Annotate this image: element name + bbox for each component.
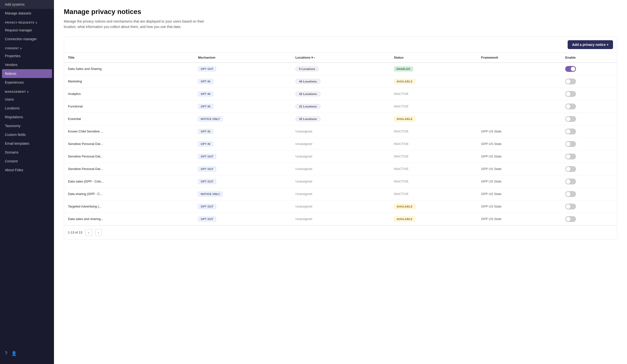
cell-enable bbox=[561, 150, 617, 163]
enable-toggle[interactable] bbox=[565, 216, 576, 222]
status-badge: INACTIVE bbox=[394, 167, 409, 171]
mechanism-badge: OPT IN bbox=[198, 104, 213, 109]
enable-toggle[interactable] bbox=[565, 66, 576, 72]
enable-toggle[interactable] bbox=[565, 78, 576, 84]
sidebar-item-manage-datasets[interactable]: Manage datasets bbox=[0, 9, 54, 18]
cell-locations: 5 Locations bbox=[291, 62, 390, 75]
sidebar-section-privacy-requests[interactable]: PRIVACY REQUESTS ∧ bbox=[0, 18, 54, 26]
cell-mechanism: OPT OUT bbox=[194, 163, 291, 175]
toggle-knob bbox=[566, 92, 570, 96]
cell-locations: Unassigned bbox=[291, 175, 390, 188]
toggle-knob bbox=[566, 154, 570, 159]
cell-locations: 44 Locations bbox=[291, 75, 390, 88]
table-row[interactable]: Data sharing (GPP - C...NOTICE ONLYUnass… bbox=[64, 188, 617, 200]
help-icon[interactable]: ? bbox=[5, 351, 7, 356]
sidebar-section-consent[interactable]: CONSENT ∧ bbox=[0, 43, 54, 52]
cell-framework: GPP US State bbox=[477, 200, 561, 213]
sidebar-item-request-manager[interactable]: Request manager bbox=[0, 26, 54, 35]
cell-title: Analytics bbox=[64, 88, 194, 100]
sidebar-item-experiences[interactable]: Experiences bbox=[0, 78, 54, 87]
sidebar-section-management[interactable]: MANAGEMENT ∧ bbox=[0, 87, 54, 95]
cell-enable bbox=[561, 200, 617, 213]
sidebar-item-about-fides[interactable]: About Fides bbox=[0, 165, 54, 174]
toggle-knob bbox=[566, 142, 570, 146]
table-row[interactable]: FunctionalOPT IN31 LocationsINACTIVE bbox=[64, 100, 617, 113]
cell-framework: GPP US State bbox=[477, 175, 561, 188]
enable-toggle[interactable] bbox=[565, 154, 576, 159]
enable-toggle[interactable] bbox=[565, 179, 576, 184]
cell-enable bbox=[561, 125, 617, 138]
cell-locations: 32 Locations bbox=[291, 88, 390, 100]
cell-framework bbox=[477, 75, 561, 88]
col-enable: Enable bbox=[561, 52, 617, 62]
user-icon[interactable]: 👤 bbox=[11, 351, 17, 356]
table-row[interactable]: Data Sales and SharingOPT OUT5 Locations… bbox=[64, 62, 617, 75]
cell-mechanism: OPT OUT bbox=[194, 213, 291, 225]
sidebar-item-vendors[interactable]: Vendors bbox=[0, 60, 54, 69]
main-content: Manage privacy notices Manage the privac… bbox=[54, 0, 627, 364]
cell-enable bbox=[561, 163, 617, 175]
sidebar-item-custom-fields[interactable]: Custom fields bbox=[0, 130, 54, 139]
sidebar-item-taxonomy[interactable]: Taxonomy bbox=[0, 121, 54, 130]
mechanism-badge: OPT OUT bbox=[198, 66, 216, 71]
pagination: 1-13 of 13 ‹ › bbox=[64, 225, 617, 239]
pagination-prev-button[interactable]: ‹ bbox=[85, 229, 92, 236]
pagination-next-button[interactable]: › bbox=[95, 229, 102, 236]
enable-toggle[interactable] bbox=[565, 116, 576, 122]
cell-locations: Unassigned bbox=[291, 213, 390, 225]
sidebar-item-notices[interactable]: Notices bbox=[2, 69, 52, 78]
cell-framework bbox=[477, 62, 561, 75]
cell-title: Marketing bbox=[64, 75, 194, 88]
table-row[interactable]: MarketingOPT IN44 LocationsAVAILABLE bbox=[64, 75, 617, 88]
table-row[interactable]: Targeted Advertising (...OPT OUTUnassign… bbox=[64, 200, 617, 213]
sidebar-item-add-systems[interactable]: Add systems bbox=[0, 0, 54, 9]
toggle-knob bbox=[566, 192, 570, 196]
table-row[interactable]: Data sales and sharing...OPT OUTUnassign… bbox=[64, 213, 617, 225]
table-row[interactable]: AnalyticsOPT IN32 LocationsINACTIVE bbox=[64, 88, 617, 100]
mechanism-badge: OPT OUT bbox=[198, 166, 216, 171]
table-row[interactable]: Sensitive Personal Dat...OPT OUTUnassign… bbox=[64, 163, 617, 175]
toggle-knob bbox=[566, 129, 570, 134]
status-badge: AVAILABLE bbox=[394, 79, 415, 84]
table-row[interactable]: Known Child Sensitive ...OPT INUnassigne… bbox=[64, 125, 617, 138]
cell-framework: GPP US State bbox=[477, 150, 561, 163]
status-badge: INACTIVE bbox=[394, 192, 409, 196]
cell-status: INACTIVE bbox=[390, 150, 477, 163]
table-row[interactable]: Sensitive Personal Dat...OPT INUnassigne… bbox=[64, 138, 617, 150]
table-row[interactable]: EssentialNOTICE ONLY32 LocationsAVAILABL… bbox=[64, 113, 617, 125]
sidebar-item-locations[interactable]: Locations bbox=[0, 104, 54, 113]
sidebar-item-email-templates[interactable]: Email templates bbox=[0, 139, 54, 148]
enable-toggle[interactable] bbox=[565, 91, 576, 97]
add-privacy-notice-button[interactable]: Add a privacy notice + bbox=[568, 40, 613, 49]
sidebar-item-domains[interactable]: Domains bbox=[0, 148, 54, 157]
table-row[interactable]: Data sales (GPP - Colo...OPT OUTUnassign… bbox=[64, 175, 617, 188]
mechanism-badge: NOTICE ONLY bbox=[198, 192, 223, 197]
sidebar-item-consent[interactable]: Consent bbox=[0, 157, 54, 165]
table-row[interactable]: Sensitive Personal Dat...OPT OUTUnassign… bbox=[64, 150, 617, 163]
cell-status: INACTIVE bbox=[390, 188, 477, 200]
sidebar-item-users[interactable]: Users bbox=[0, 95, 54, 104]
enable-toggle[interactable] bbox=[565, 191, 576, 197]
sidebar-item-regulations[interactable]: Regulations bbox=[0, 113, 54, 121]
cell-enable bbox=[561, 113, 617, 125]
enable-toggle[interactable] bbox=[565, 204, 576, 209]
enable-toggle[interactable] bbox=[565, 104, 576, 109]
cell-status: AVAILABLE bbox=[390, 200, 477, 213]
sidebar-item-connection-manager[interactable]: Connection manager bbox=[0, 35, 54, 43]
col-framework: Framework bbox=[477, 52, 561, 62]
cell-locations: 32 Locations bbox=[291, 113, 390, 125]
col-locations[interactable]: Locations ▾ bbox=[291, 52, 390, 62]
cell-mechanism: NOTICE ONLY bbox=[194, 188, 291, 200]
sidebar-item-properties[interactable]: Properties bbox=[0, 52, 54, 60]
status-badge: INACTIVE bbox=[394, 180, 409, 183]
mechanism-badge: OPT IN bbox=[198, 79, 213, 84]
sidebar: Add systemsManage datasetsPRIVACY REQUES… bbox=[0, 0, 54, 364]
mechanism-badge: OPT OUT bbox=[198, 179, 216, 184]
cell-locations: Unassigned bbox=[291, 138, 390, 150]
cell-framework: GPP US State bbox=[477, 163, 561, 175]
cell-locations: Unassigned bbox=[291, 163, 390, 175]
enable-toggle[interactable] bbox=[565, 129, 576, 134]
enable-toggle[interactable] bbox=[565, 166, 576, 172]
enable-toggle[interactable] bbox=[565, 141, 576, 147]
status-badge: ENABLED bbox=[394, 66, 413, 71]
